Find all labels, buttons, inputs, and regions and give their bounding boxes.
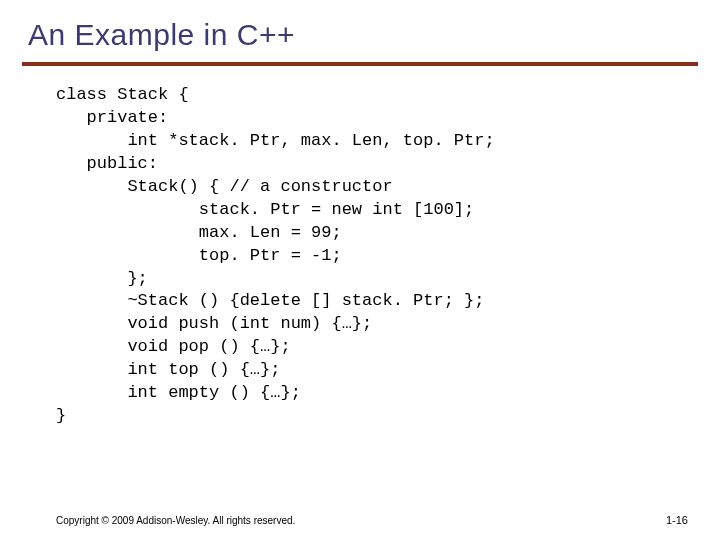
copyright-text: Copyright © 2009 Addison-Wesley. All rig…: [56, 515, 295, 526]
title-rule: [22, 62, 698, 66]
slide: An Example in C++ class Stack { private:…: [0, 0, 720, 540]
footer: Copyright © 2009 Addison-Wesley. All rig…: [56, 514, 688, 526]
slide-title: An Example in C++: [28, 18, 692, 52]
code-block: class Stack { private: int *stack. Ptr, …: [28, 84, 692, 428]
page-number: 1-16: [666, 514, 688, 526]
